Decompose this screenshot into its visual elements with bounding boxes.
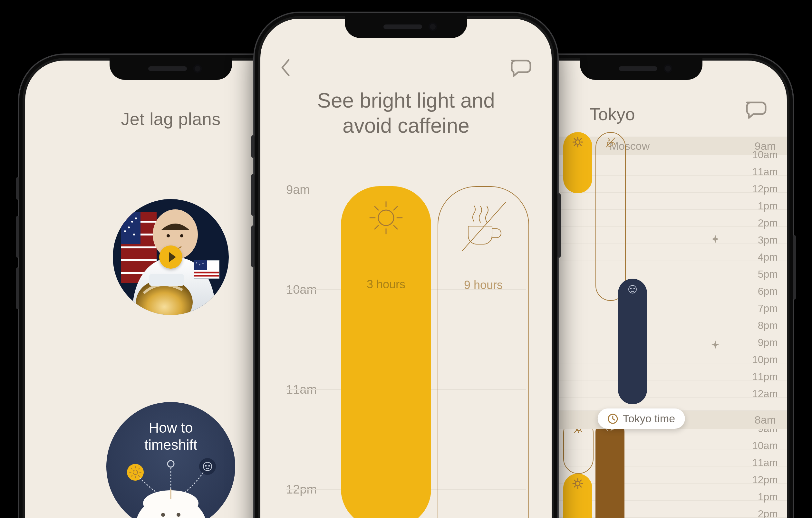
local-time-label: Tokyo time bbox=[623, 412, 675, 425]
hour-label: 3pm bbox=[758, 234, 778, 246]
silence-switch bbox=[251, 135, 255, 158]
hour-label: 11pm bbox=[752, 371, 778, 383]
flight-track bbox=[715, 238, 715, 344]
svg-line-89 bbox=[394, 207, 397, 210]
local-time-chip[interactable]: Tokyo time bbox=[598, 408, 685, 429]
volume-down-button bbox=[16, 267, 19, 309]
clock-icon bbox=[607, 413, 618, 424]
svg-line-52 bbox=[574, 139, 576, 140]
svg-point-59 bbox=[634, 288, 635, 289]
light-block[interactable] bbox=[563, 474, 592, 518]
hour-label: 2pm bbox=[758, 217, 778, 229]
light-block[interactable]: 3 hours bbox=[341, 186, 431, 518]
no-coffee-icon bbox=[605, 137, 616, 150]
hour-label: 10am bbox=[752, 440, 778, 452]
light-block[interactable] bbox=[563, 132, 592, 193]
svg-point-39 bbox=[206, 465, 207, 466]
airplane-icon bbox=[711, 234, 720, 243]
svg-point-15 bbox=[167, 234, 170, 237]
power-button bbox=[557, 193, 561, 258]
no-coffee-icon bbox=[438, 199, 528, 254]
svg-point-37 bbox=[199, 458, 216, 475]
hour-label: 11am bbox=[752, 166, 778, 178]
volume-down-button bbox=[251, 225, 255, 267]
chat-button[interactable] bbox=[744, 99, 768, 121]
svg-line-77 bbox=[574, 486, 576, 487]
play-icon bbox=[159, 245, 182, 269]
hour-label: 2pm bbox=[758, 508, 778, 518]
sun-icon bbox=[572, 478, 583, 490]
phone-detail: See bright light andavoid caffeine 9am 1… bbox=[255, 13, 557, 518]
how-to-timeshift-card[interactable]: How to timeshift bbox=[106, 402, 235, 518]
svg-line-75 bbox=[574, 480, 576, 481]
svg-line-54 bbox=[574, 144, 576, 146]
svg-line-76 bbox=[580, 486, 581, 487]
hour-label: 12pm bbox=[752, 183, 778, 195]
sleep-icon bbox=[627, 284, 638, 296]
svg-point-47 bbox=[576, 140, 580, 144]
svg-line-66 bbox=[581, 431, 582, 432]
hour-label: 1pm bbox=[758, 491, 778, 503]
duration-label: 3 hours bbox=[341, 278, 431, 291]
svg-point-45 bbox=[161, 513, 165, 517]
hour-label: 4pm bbox=[758, 251, 778, 263]
svg-line-55 bbox=[580, 139, 581, 140]
astronaut-video-card[interactable] bbox=[113, 199, 229, 315]
svg-point-21 bbox=[202, 263, 203, 264]
hour-label: 11am bbox=[752, 457, 778, 469]
svg-line-78 bbox=[580, 480, 581, 481]
no-caffeine-block[interactable]: 9 hours bbox=[438, 186, 529, 518]
no-caffeine-block[interactable] bbox=[596, 132, 626, 301]
hour-label: 6pm bbox=[758, 285, 778, 297]
svg-point-19 bbox=[196, 262, 197, 263]
hour-label: 1pm bbox=[758, 200, 778, 212]
svg-point-8 bbox=[125, 216, 127, 218]
sun-icon bbox=[341, 199, 431, 237]
power-button bbox=[793, 235, 796, 300]
svg-point-70 bbox=[576, 481, 580, 486]
volume-up-button bbox=[16, 216, 19, 258]
svg-point-40 bbox=[209, 465, 210, 466]
svg-point-16 bbox=[180, 234, 183, 237]
phone-notch bbox=[110, 55, 232, 80]
svg-rect-18 bbox=[194, 260, 207, 270]
timeline[interactable]: 9am 10am 11am 12pm bbox=[286, 173, 526, 518]
svg-line-88 bbox=[375, 225, 378, 229]
hour-label: 5pm bbox=[758, 268, 778, 280]
svg-line-53 bbox=[580, 144, 581, 146]
back-button[interactable] bbox=[279, 57, 292, 79]
svg-point-20 bbox=[199, 264, 200, 265]
duration-label: 9 hours bbox=[438, 278, 528, 292]
svg-point-11 bbox=[135, 217, 137, 219]
sleep-block[interactable] bbox=[618, 279, 647, 404]
hour-label: 10am bbox=[752, 149, 778, 161]
svg-point-10 bbox=[128, 226, 130, 228]
svg-line-87 bbox=[394, 225, 397, 229]
hour-label: 8pm bbox=[758, 319, 778, 332]
svg-line-86 bbox=[375, 207, 378, 210]
sun-icon bbox=[572, 136, 583, 149]
silence-switch bbox=[16, 177, 19, 200]
phone-notch bbox=[580, 55, 702, 80]
svg-rect-25 bbox=[149, 274, 184, 286]
chat-button[interactable] bbox=[509, 57, 533, 79]
svg-rect-7 bbox=[121, 212, 141, 244]
svg-point-58 bbox=[631, 288, 632, 289]
hour-label: 9pm bbox=[758, 337, 778, 348]
phone-notch bbox=[345, 13, 467, 38]
svg-point-81 bbox=[378, 210, 394, 225]
svg-point-46 bbox=[177, 513, 180, 517]
svg-point-9 bbox=[131, 221, 133, 222]
hour-label: 10pm bbox=[752, 354, 778, 366]
airplane-icon bbox=[711, 340, 720, 349]
hour-label: 12am bbox=[752, 388, 778, 400]
svg-point-36 bbox=[168, 461, 174, 467]
start-time: 8am bbox=[741, 414, 776, 426]
hour-label: 7pm bbox=[758, 303, 778, 314]
timeshift-diagram bbox=[106, 402, 235, 518]
caffeine-block[interactable] bbox=[596, 418, 625, 518]
volume-up-button bbox=[251, 174, 255, 216]
instruction-title: See bright light andavoid caffeine bbox=[286, 88, 526, 138]
svg-point-13 bbox=[133, 234, 135, 236]
hour-label: 12pm bbox=[752, 474, 778, 486]
